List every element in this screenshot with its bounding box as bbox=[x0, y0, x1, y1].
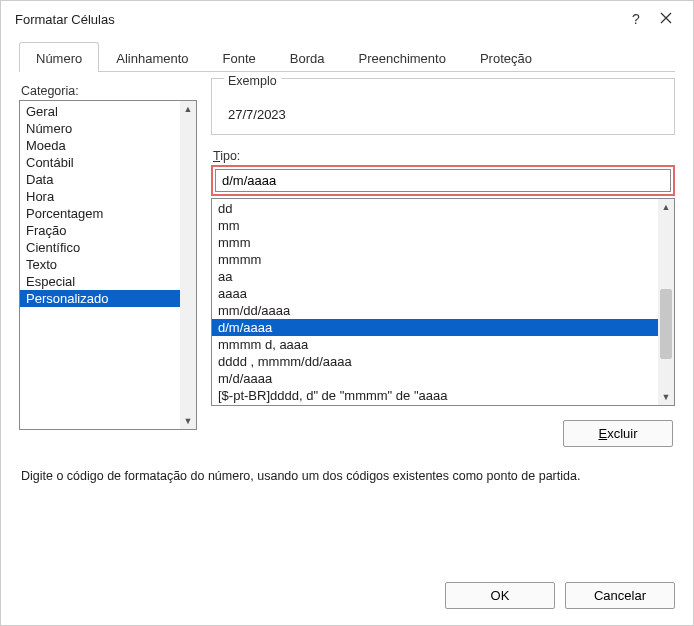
cancel-button[interactable]: Cancelar bbox=[565, 582, 675, 609]
list-item[interactable]: mm/dd/aaaa bbox=[212, 302, 674, 319]
close-button[interactable] bbox=[651, 11, 681, 27]
list-item[interactable]: Personalizado bbox=[20, 290, 196, 307]
list-item[interactable]: aaaa bbox=[212, 285, 674, 302]
example-label: Exemplo bbox=[224, 74, 281, 88]
tab-strip: NúmeroAlinhamentoFonteBordaPreenchimento… bbox=[19, 41, 675, 72]
category-label: Categoria: bbox=[21, 84, 197, 98]
list-item[interactable]: Especial bbox=[20, 273, 196, 290]
category-listbox[interactable]: GeralNúmeroMoedaContábilDataHoraPorcenta… bbox=[19, 100, 197, 430]
list-item[interactable]: Número bbox=[20, 120, 196, 137]
columns: Categoria: GeralNúmeroMoedaContábilDataH… bbox=[19, 72, 675, 447]
tab-número[interactable]: Número bbox=[19, 42, 99, 72]
footer: OK Cancelar bbox=[1, 568, 693, 625]
scrollbar[interactable]: ▲ ▼ bbox=[658, 199, 674, 405]
delete-row: Excluir bbox=[211, 420, 675, 447]
right-column: Exemplo 27/7/2023 Tipo: ddmmmmmmmmmaaaaa… bbox=[211, 72, 675, 447]
list-item[interactable]: Data bbox=[20, 171, 196, 188]
help-button[interactable]: ? bbox=[621, 11, 651, 27]
list-item[interactable]: mm bbox=[212, 217, 674, 234]
list-item[interactable]: mmmm bbox=[212, 251, 674, 268]
list-item[interactable]: mmm bbox=[212, 234, 674, 251]
list-item[interactable]: mmmm d, aaaa bbox=[212, 336, 674, 353]
tab-alinhamento[interactable]: Alinhamento bbox=[99, 42, 205, 72]
list-item[interactable]: dd bbox=[212, 200, 674, 217]
left-column: Categoria: GeralNúmeroMoedaContábilDataH… bbox=[19, 72, 197, 447]
close-icon bbox=[660, 12, 672, 24]
tipo-highlight bbox=[211, 165, 675, 196]
scroll-down-icon[interactable]: ▼ bbox=[180, 413, 196, 429]
scrollbar[interactable]: ▲ ▼ bbox=[180, 101, 196, 429]
list-item[interactable]: m/d/aaaa bbox=[212, 370, 674, 387]
list-item[interactable]: Hora bbox=[20, 188, 196, 205]
list-item[interactable]: Científico bbox=[20, 239, 196, 256]
tab-borda[interactable]: Borda bbox=[273, 42, 342, 72]
instruction-text: Digite o código de formatação do número,… bbox=[21, 469, 673, 483]
list-item[interactable]: d/m/aaaa bbox=[212, 319, 674, 336]
list-item[interactable]: Contábil bbox=[20, 154, 196, 171]
list-item[interactable]: Moeda bbox=[20, 137, 196, 154]
list-item[interactable]: Geral bbox=[20, 103, 196, 120]
scroll-thumb[interactable] bbox=[660, 289, 672, 359]
tipo-input[interactable] bbox=[215, 169, 671, 192]
ok-button[interactable]: OK bbox=[445, 582, 555, 609]
list-item[interactable]: dddd , mmmm/dd/aaaa bbox=[212, 353, 674, 370]
list-item[interactable]: Texto bbox=[20, 256, 196, 273]
dialog-window: Formatar Células ? NúmeroAlinhamentoFont… bbox=[0, 0, 694, 626]
list-item[interactable]: Porcentagem bbox=[20, 205, 196, 222]
example-box: Exemplo 27/7/2023 bbox=[211, 78, 675, 135]
titlebar: Formatar Células ? bbox=[1, 1, 693, 35]
tab-proteção[interactable]: Proteção bbox=[463, 42, 549, 72]
format-listbox[interactable]: ddmmmmmmmmmaaaaaamm/dd/aaaad/m/aaaammmm … bbox=[211, 198, 675, 406]
list-item[interactable]: Fração bbox=[20, 222, 196, 239]
content-area: NúmeroAlinhamentoFonteBordaPreenchimento… bbox=[1, 35, 693, 568]
scroll-down-icon[interactable]: ▼ bbox=[658, 389, 674, 405]
list-item[interactable]: [$-pt-BR]dddd, d" de "mmmm" de "aaaa bbox=[212, 387, 674, 404]
dialog-title: Formatar Células bbox=[15, 12, 621, 27]
scroll-up-icon[interactable]: ▲ bbox=[658, 199, 674, 215]
tab-fonte[interactable]: Fonte bbox=[206, 42, 273, 72]
list-item[interactable]: aa bbox=[212, 268, 674, 285]
delete-button[interactable]: Excluir bbox=[563, 420, 673, 447]
scroll-up-icon[interactable]: ▲ bbox=[180, 101, 196, 117]
tab-preenchimento[interactable]: Preenchimento bbox=[341, 42, 462, 72]
example-value: 27/7/2023 bbox=[224, 107, 662, 122]
tipo-label: Tipo: bbox=[213, 149, 675, 163]
